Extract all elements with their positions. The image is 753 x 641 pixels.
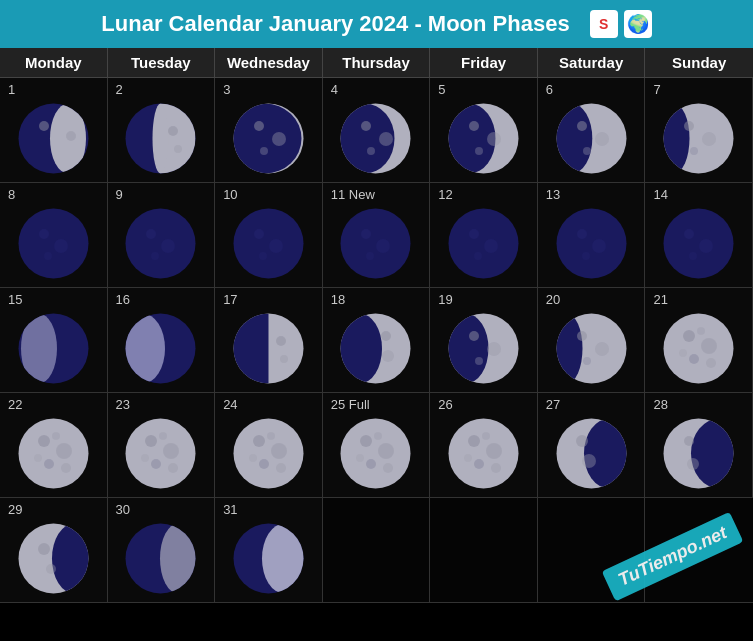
calendar-cell: 4 bbox=[323, 78, 431, 183]
svg-point-59 bbox=[484, 239, 498, 253]
calendar-cell: 7 bbox=[645, 78, 753, 183]
svg-point-125 bbox=[341, 419, 411, 489]
svg-rect-77 bbox=[231, 314, 269, 384]
svg-point-134 bbox=[486, 443, 502, 459]
svg-point-53 bbox=[341, 209, 411, 279]
svg-point-117 bbox=[159, 432, 167, 440]
day-number: 10 bbox=[223, 187, 237, 202]
moon-phase bbox=[446, 101, 521, 176]
day-number: 8 bbox=[8, 187, 15, 202]
svg-point-124 bbox=[267, 432, 275, 440]
calendar-cell: 1 bbox=[0, 78, 108, 183]
day-number: 11 New bbox=[331, 187, 375, 202]
calendar-cell: 17 bbox=[215, 288, 323, 393]
day-headers: Monday Tuesday Wednesday Thursday Friday… bbox=[0, 48, 753, 78]
svg-point-39 bbox=[702, 132, 716, 146]
svg-point-153 bbox=[46, 564, 56, 574]
svg-point-55 bbox=[376, 239, 390, 253]
svg-point-45 bbox=[126, 209, 196, 279]
day-number: 22 bbox=[8, 397, 22, 412]
day-number: 31 bbox=[223, 502, 237, 517]
svg-point-34 bbox=[583, 147, 591, 155]
moon-phase bbox=[338, 206, 413, 281]
day-number: 13 bbox=[546, 187, 560, 202]
svg-point-147 bbox=[684, 436, 694, 446]
s-icon[interactable]: S bbox=[590, 10, 618, 38]
svg-point-8 bbox=[153, 104, 169, 174]
svg-point-132 bbox=[449, 419, 519, 489]
day-number: 1 bbox=[8, 82, 15, 97]
day-number: 5 bbox=[438, 82, 445, 97]
svg-point-78 bbox=[276, 336, 286, 346]
calendar-cell: 28 bbox=[645, 393, 753, 498]
svg-point-95 bbox=[595, 342, 609, 356]
svg-point-82 bbox=[338, 314, 382, 384]
svg-point-137 bbox=[491, 463, 501, 473]
saturday-header: Saturday bbox=[538, 48, 646, 77]
moon-phase bbox=[123, 101, 198, 176]
svg-point-50 bbox=[254, 229, 264, 239]
svg-point-108 bbox=[34, 454, 42, 462]
svg-point-100 bbox=[689, 354, 699, 364]
svg-point-15 bbox=[272, 132, 286, 146]
svg-point-106 bbox=[56, 443, 72, 459]
day-number: 24 bbox=[223, 397, 237, 412]
day-number: 25 Full bbox=[331, 397, 370, 412]
svg-point-51 bbox=[269, 239, 283, 253]
moon-phase bbox=[231, 311, 306, 386]
calendar-cell: 14 bbox=[645, 183, 753, 288]
svg-point-98 bbox=[683, 330, 695, 342]
svg-point-90 bbox=[475, 357, 483, 365]
svg-point-56 bbox=[366, 252, 374, 260]
moon-phase bbox=[123, 416, 198, 491]
calendar-cell: 10 bbox=[215, 183, 323, 288]
moon-phase bbox=[554, 101, 629, 176]
svg-point-52 bbox=[259, 252, 267, 260]
moon-phase bbox=[661, 311, 736, 386]
day-number: 30 bbox=[116, 502, 130, 517]
svg-point-114 bbox=[151, 459, 161, 469]
svg-point-143 bbox=[582, 454, 596, 468]
svg-point-71 bbox=[21, 314, 57, 384]
svg-point-113 bbox=[163, 443, 179, 459]
calendar-cell: 30 bbox=[108, 498, 216, 603]
svg-point-41 bbox=[18, 209, 88, 279]
calendar-cell: 3 bbox=[215, 78, 323, 183]
day-number: 18 bbox=[331, 292, 345, 307]
svg-point-62 bbox=[577, 229, 587, 239]
svg-point-22 bbox=[367, 147, 375, 155]
svg-point-83 bbox=[381, 331, 391, 341]
day-number: 14 bbox=[653, 187, 667, 202]
svg-point-42 bbox=[39, 229, 49, 239]
svg-point-148 bbox=[687, 458, 699, 470]
svg-point-48 bbox=[151, 252, 159, 260]
moon-phase bbox=[16, 521, 91, 596]
day-number: 6 bbox=[546, 82, 553, 97]
svg-point-63 bbox=[592, 239, 606, 253]
calendar-cell bbox=[323, 498, 431, 603]
calendar-cell: 8 bbox=[0, 183, 108, 288]
svg-point-131 bbox=[374, 432, 382, 440]
moon-phase bbox=[661, 206, 736, 281]
svg-point-99 bbox=[701, 338, 717, 354]
tuesday-header: Tuesday bbox=[108, 48, 216, 77]
svg-point-16 bbox=[260, 147, 268, 155]
svg-point-156 bbox=[160, 524, 196, 594]
svg-point-103 bbox=[697, 327, 705, 335]
day-number: 27 bbox=[546, 397, 560, 412]
svg-point-111 bbox=[126, 419, 196, 489]
calendar-cell: 11 New bbox=[323, 183, 431, 288]
svg-point-84 bbox=[382, 350, 394, 362]
svg-point-94 bbox=[577, 331, 587, 341]
day-number: 9 bbox=[116, 187, 123, 202]
globe-icon[interactable]: 🌍 bbox=[624, 10, 652, 38]
svg-point-112 bbox=[145, 435, 157, 447]
calendar-cell: 15 bbox=[0, 288, 108, 393]
svg-point-122 bbox=[249, 454, 257, 462]
svg-point-120 bbox=[271, 443, 287, 459]
svg-point-20 bbox=[361, 121, 371, 131]
svg-point-135 bbox=[474, 459, 484, 469]
sunday-header: Sunday bbox=[645, 48, 753, 77]
day-number: 23 bbox=[116, 397, 130, 412]
svg-point-61 bbox=[556, 209, 626, 279]
